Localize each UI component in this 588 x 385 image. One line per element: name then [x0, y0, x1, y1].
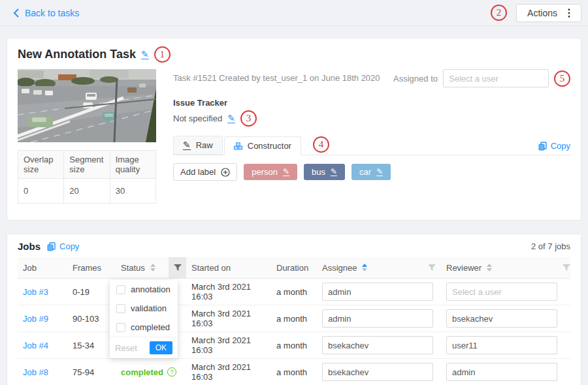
- jobs-card: Jobs Copy 2 of 7 jobs Job Frames Status: [7, 234, 581, 385]
- filter-reset-button[interactable]: Reset: [115, 343, 137, 353]
- assignee-filter-icon[interactable]: [428, 264, 436, 271]
- copy-labels-label: Copy: [551, 141, 570, 151]
- job-8-started: March 3rd 2021 16:03: [186, 359, 271, 385]
- label-chip-bus[interactable]: bus ✎: [304, 164, 345, 180]
- actions-label: Actions: [527, 8, 557, 18]
- job-3-started: March 3rd 2021 16:03: [186, 279, 271, 305]
- col-assignee: Assignee: [322, 263, 357, 273]
- status-filter-icon[interactable]: [169, 257, 186, 278]
- filter-option-validation[interactable]: validation: [110, 299, 178, 318]
- label-car-text: car: [359, 167, 371, 177]
- annotation-circle-3: 3: [240, 110, 257, 127]
- filter-option-annotation[interactable]: annotation: [110, 280, 178, 299]
- back-to-tasks-link[interactable]: Back to tasks: [13, 8, 79, 18]
- col-status: Status: [121, 263, 145, 273]
- edit-label-car-icon: ✎: [376, 168, 383, 176]
- raw-tab-pencil-icon: ✎: [183, 140, 191, 150]
- job-4-reviewer-input[interactable]: [446, 336, 557, 354]
- annotation-circle-5: 5: [554, 70, 570, 87]
- job-9-link[interactable]: Job #9: [23, 314, 48, 324]
- status-sort-icon[interactable]: [150, 264, 155, 271]
- annotation-checkbox[interactable]: [116, 285, 125, 294]
- job-8-reviewer-input[interactable]: [446, 363, 557, 381]
- assigned-to-input[interactable]: [443, 69, 549, 87]
- tab-raw[interactable]: ✎ Raw: [173, 136, 223, 155]
- job-9-assignee-input[interactable]: [322, 309, 433, 328]
- job-8-link[interactable]: Job #8: [23, 367, 48, 377]
- task-thumbnail: [18, 69, 156, 142]
- task-parameters-table: Overlap size Segment size Image quality …: [18, 150, 156, 204]
- funnel-icon: [428, 264, 436, 271]
- job-4-assignee-input[interactable]: [322, 336, 433, 354]
- assignee-sort-icon[interactable]: [362, 264, 367, 271]
- kebab-menu-icon: ⋮: [564, 8, 574, 18]
- job-8-duration: a month: [271, 359, 317, 385]
- param-header-segment: Segment size: [64, 151, 110, 179]
- job-9-reviewer-input[interactable]: [446, 309, 557, 328]
- task-details-card: New Annotation Task ✎ 1: [7, 38, 581, 221]
- job-3-link[interactable]: Job #3: [23, 287, 48, 297]
- job-4-duration: a month: [271, 332, 317, 359]
- constructor-tab-label: Constructor: [248, 141, 291, 151]
- add-label-text: Add label: [180, 167, 216, 177]
- copy-jobs-button[interactable]: Copy: [47, 241, 79, 251]
- actions-button[interactable]: Actions ⋮: [516, 4, 581, 22]
- jobs-title: Jobs: [18, 241, 41, 252]
- reviewer-sort-icon[interactable]: [487, 264, 492, 271]
- job-row-2: Job #9 90-103 March 3rd 2021 16:03 a mon…: [18, 305, 570, 332]
- reviewer-filter-icon[interactable]: [563, 264, 570, 271]
- copy-icon: [538, 142, 547, 151]
- job-9-started: March 3rd 2021 16:03: [186, 305, 271, 332]
- chevron-left-icon: [13, 8, 20, 18]
- tab-constructor[interactable]: Constructor: [224, 136, 301, 155]
- question-circle-icon[interactable]: ?: [167, 367, 176, 377]
- copy-labels-button[interactable]: Copy: [538, 141, 570, 155]
- job-4-link[interactable]: Job #4: [23, 341, 48, 350]
- page-title: New Annotation Task: [18, 48, 136, 61]
- label-bus-text: bus: [312, 167, 325, 177]
- add-label-button[interactable]: Add label: [173, 163, 237, 181]
- job-8-assignee-input[interactable]: [322, 363, 433, 381]
- annotation-option-label: annotation: [131, 285, 171, 294]
- job-3-duration: a month: [271, 279, 317, 305]
- param-value-segment: 20: [64, 179, 110, 204]
- job-3-frames: 0-19: [67, 279, 116, 305]
- label-chip-person[interactable]: person ✎: [244, 164, 297, 180]
- funnel-icon: [174, 264, 182, 271]
- status-filter-dropdown: annotation validation completed Reset OK: [110, 280, 178, 358]
- completed-option-label: completed: [131, 322, 170, 332]
- annotation-circle-4: 4: [313, 136, 329, 153]
- edit-task-name-icon[interactable]: ✎: [141, 50, 149, 59]
- job-row-3: Job #4 15-34 March 3rd 2021 16:03 a mont…: [18, 332, 570, 359]
- validation-checkbox[interactable]: [116, 304, 125, 313]
- label-chip-car[interactable]: car ✎: [351, 164, 391, 180]
- col-frames: Frames: [73, 263, 101, 273]
- filter-ok-button[interactable]: OK: [150, 341, 172, 354]
- job-3-reviewer-input[interactable]: [446, 283, 557, 301]
- validation-option-label: validation: [131, 303, 167, 313]
- job-row-1: Job #3 0-19 March 3rd 2021 16:03 a month: [18, 279, 570, 305]
- assigned-to-label: Assigned to: [393, 74, 438, 84]
- annotation-circle-2: 2: [491, 5, 507, 21]
- labels-editor: ✎ Raw Constructor 4: [173, 136, 570, 189]
- job-8-status-text: completed: [121, 367, 163, 377]
- param-header-quality: Image quality: [110, 151, 155, 179]
- col-job: Job: [23, 263, 37, 273]
- funnel-icon: [563, 264, 570, 271]
- param-value-quality: 30: [110, 179, 155, 204]
- col-duration: Duration: [276, 263, 308, 273]
- raw-tab-label: Raw: [196, 140, 213, 150]
- issue-tracker-value: Not specified: [173, 114, 222, 123]
- job-row-4: Job #8 75-94 completed ? March 3rd 2021 …: [18, 359, 570, 385]
- filter-option-completed[interactable]: completed: [110, 318, 178, 337]
- job-3-assignee-input[interactable]: [322, 283, 433, 301]
- param-value-overlap: 0: [18, 179, 64, 204]
- back-link-label: Back to tasks: [25, 8, 79, 18]
- copy-icon: [47, 242, 56, 251]
- edit-issue-tracker-icon[interactable]: ✎: [227, 114, 235, 123]
- constructor-blocks-icon: [234, 142, 242, 150]
- job-4-started: March 3rd 2021 16:03: [186, 332, 271, 359]
- label-person-text: person: [252, 167, 278, 177]
- job-8-frames: 75-94: [67, 359, 116, 385]
- completed-checkbox[interactable]: [116, 323, 125, 332]
